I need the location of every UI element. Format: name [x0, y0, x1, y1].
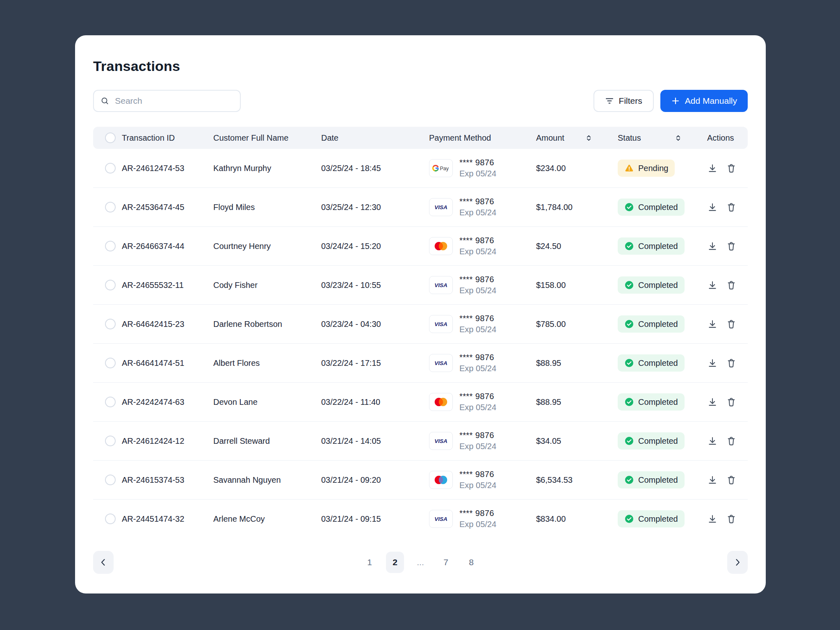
table-row: AR-24451474-32 Arlene McCoy 03/21/24 - 0… — [93, 500, 748, 538]
page-button-2[interactable]: 2 — [386, 552, 404, 573]
delete-button[interactable] — [726, 280, 737, 290]
visa-logo: VISA — [432, 516, 450, 522]
download-button[interactable] — [707, 319, 718, 329]
card-number: **** 9876 — [459, 158, 496, 167]
row-checkbox[interactable] — [105, 280, 116, 290]
visa-icon: VISA — [429, 276, 453, 294]
status-icon-slot — [624, 397, 634, 407]
check-circle-icon — [624, 514, 634, 524]
page-button-8[interactable]: 8 — [462, 552, 480, 573]
customer-name: Devon Lane — [213, 397, 258, 406]
check-circle-icon — [624, 436, 634, 446]
transaction-id: AR-64641474-51 — [122, 358, 184, 368]
row-checkbox[interactable] — [105, 163, 116, 173]
filters-button[interactable]: Filters — [593, 90, 654, 112]
add-manually-button[interactable]: Add Manually — [660, 90, 748, 112]
toolbar: Filters Add Manually — [93, 90, 748, 112]
customer-name: Arlene McCoy — [213, 514, 265, 523]
delete-button[interactable] — [726, 358, 737, 368]
delete-button[interactable] — [726, 475, 737, 485]
download-button[interactable] — [707, 163, 718, 173]
page-button-1[interactable]: 1 — [361, 552, 379, 573]
row-checkbox[interactable] — [105, 397, 116, 407]
amount: $34.05 — [536, 436, 561, 445]
column-header-customer-name: Customer Full Name — [213, 133, 321, 143]
column-header-payment-method: Payment Method — [429, 133, 536, 143]
sort-amount-button[interactable] — [585, 135, 592, 142]
row-checkbox[interactable] — [105, 241, 116, 251]
delete-button[interactable] — [726, 397, 737, 407]
mastercard-logo — [433, 241, 449, 251]
transaction-id: AR-24615374-53 — [122, 475, 184, 484]
download-button[interactable] — [707, 202, 718, 212]
transaction-date: 03/23/24 - 10:55 — [321, 281, 381, 290]
plus-icon — [671, 96, 680, 105]
sort-icon — [585, 135, 592, 142]
row-checkbox[interactable] — [105, 436, 116, 446]
download-button[interactable] — [707, 436, 718, 446]
transaction-id: AR-26466374-44 — [122, 242, 184, 251]
card-details: **** 9876 Exp 05/24 — [459, 314, 496, 334]
row-checkbox[interactable] — [105, 475, 116, 485]
status-icon-slot — [624, 475, 634, 485]
download-icon — [707, 163, 718, 173]
status-label: Completed — [638, 358, 678, 368]
search-input[interactable] — [114, 96, 233, 106]
status-icon-slot — [624, 358, 634, 368]
search-icon — [100, 96, 109, 106]
visa-icon: VISA — [429, 315, 453, 333]
card-expiry: Exp 05/24 — [459, 325, 496, 334]
status-icon-slot — [624, 241, 634, 251]
delete-button[interactable] — [726, 514, 737, 524]
card-details: **** 9876 Exp 05/24 — [459, 470, 496, 490]
delete-button[interactable] — [726, 202, 737, 212]
sort-status-button[interactable] — [675, 135, 682, 142]
download-button[interactable] — [707, 241, 718, 251]
next-page-button[interactable] — [727, 551, 748, 574]
transaction-date: 03/21/24 - 09:15 — [321, 514, 381, 523]
download-button[interactable] — [707, 475, 718, 485]
row-checkbox[interactable] — [105, 358, 116, 368]
amount: $6,534.53 — [536, 475, 573, 484]
amount: $785.00 — [536, 320, 566, 329]
trash-icon — [726, 241, 737, 251]
card-details: **** 9876 Exp 05/24 — [459, 353, 496, 373]
status-label: Completed — [638, 436, 678, 446]
row-checkbox[interactable] — [105, 202, 116, 212]
card-expiry: Exp 05/24 — [459, 247, 496, 256]
page-button-7[interactable]: 7 — [437, 552, 455, 573]
visa-logo: VISA — [432, 438, 450, 444]
card-number: **** 9876 — [459, 392, 496, 401]
delete-button[interactable] — [726, 319, 737, 329]
download-button[interactable] — [707, 397, 718, 407]
transaction-date: 03/22/24 - 17:15 — [321, 358, 381, 368]
download-button[interactable] — [707, 358, 718, 368]
card-number: **** 9876 — [459, 197, 496, 206]
card-details: **** 9876 Exp 05/24 — [459, 431, 496, 451]
customer-name: Cody Fisher — [213, 281, 258, 290]
delete-button[interactable] — [726, 436, 737, 446]
check-circle-icon — [624, 475, 634, 485]
status-label: Completed — [638, 320, 678, 329]
card-details: **** 9876 Exp 05/24 — [459, 275, 496, 295]
row-checkbox[interactable] — [105, 514, 116, 524]
amount: $24.50 — [536, 242, 561, 251]
download-icon — [707, 241, 718, 251]
download-button[interactable] — [707, 514, 718, 524]
delete-button[interactable] — [726, 241, 737, 251]
select-all-checkbox[interactable] — [105, 132, 116, 143]
warning-icon — [624, 163, 634, 173]
maestro-icon — [429, 471, 453, 489]
trash-icon — [726, 358, 737, 368]
mastercard-logo — [433, 397, 449, 407]
status-icon-slot — [624, 436, 634, 446]
column-header-date: Date — [321, 133, 429, 143]
page-ellipsis: ... — [411, 552, 429, 573]
row-checkbox[interactable] — [105, 319, 116, 329]
download-button[interactable] — [707, 280, 718, 290]
transactions-panel: Transactions Filters — [75, 35, 766, 593]
previous-page-button[interactable] — [93, 551, 114, 574]
delete-button[interactable] — [726, 163, 737, 173]
transaction-id: AR-24655532-11 — [122, 281, 184, 290]
download-icon — [707, 202, 718, 212]
